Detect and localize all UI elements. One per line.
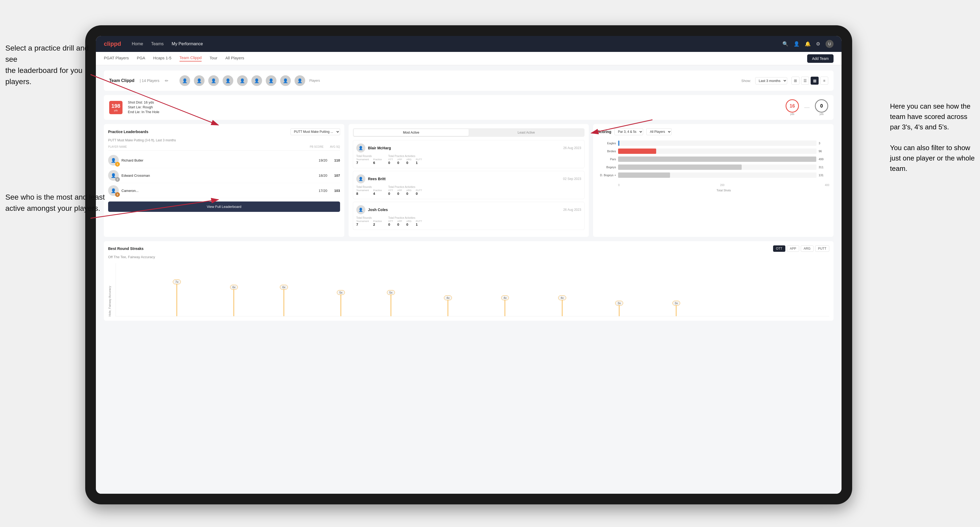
subnav-hcaps[interactable]: Hcaps 1-5	[153, 56, 171, 61]
streaks-filter-row: OTT APP ARG PUTT	[773, 245, 829, 252]
player-avatar-7[interactable]: 👤	[265, 75, 277, 86]
add-team-button[interactable]: Add Team	[807, 54, 834, 63]
practice-col-3: Practice 2	[373, 220, 382, 227]
player-avatar-9[interactable]: 👤	[294, 75, 306, 86]
app-col-3: APP 0	[397, 220, 402, 227]
avg-sq-1: 110	[334, 158, 340, 162]
player-avatar-2[interactable]: 👤	[193, 75, 205, 86]
bar-fill-bogeys	[618, 165, 741, 170]
edit-icon[interactable]: ✏	[165, 78, 168, 83]
person-icon[interactable]: 👤	[794, 41, 799, 47]
subnav-pga[interactable]: PGA	[137, 56, 145, 61]
app-col-2: APP 0	[397, 189, 402, 195]
subnav-all-players[interactable]: All Players	[225, 56, 244, 61]
player-avatar-5[interactable]: 👤	[237, 75, 248, 86]
shot-distance-unit: yds	[114, 109, 118, 112]
streak-dot-5: 5x	[387, 290, 395, 316]
search-icon[interactable]: 🔍	[783, 41, 788, 47]
view-table-icon[interactable]: ≡	[820, 77, 828, 85]
ott-col-2: OTT 0	[388, 189, 393, 195]
pb-score-3: 17/20	[318, 189, 327, 193]
team-player-count: | 14 Players	[140, 78, 159, 83]
tournament-col-3: Tournament 7	[356, 220, 369, 227]
bar-label-birdies: Birdies	[597, 149, 616, 153]
bar-track-pars	[618, 157, 816, 162]
shot-yds: 16 yds — 0 yds	[786, 99, 828, 116]
leaderboard-title: Practice Leaderboards	[108, 130, 148, 134]
bell-icon[interactable]: 🔔	[805, 41, 811, 47]
tournament-col-2: Tournament 8	[356, 189, 369, 195]
streak-dot-1: 7x	[173, 279, 181, 316]
activity-name-2: Rees Britt	[368, 177, 561, 181]
arg-col-3: ARG 0	[406, 220, 412, 227]
putt-col-3: PUTT 1	[416, 220, 422, 227]
streak-filter-arg[interactable]: ARG	[801, 245, 813, 252]
tab-most-active[interactable]: Most Active	[354, 129, 469, 136]
show-select[interactable]: Last 3 months Last 6 months Last year	[755, 77, 787, 84]
tournament-col-1: Tournament 7	[356, 158, 369, 165]
practice-activities-group-1: Total Practice Activities OTT 0 APP 0	[388, 155, 422, 165]
leaderboard-subtitle: PUTT Must Make Putting (3-6 ft), Last 3 …	[108, 138, 340, 142]
avatar[interactable]: U	[826, 40, 834, 48]
player-avatar-4[interactable]: 👤	[222, 75, 234, 86]
bar-track-bogeys	[618, 165, 816, 170]
subnav-pgat[interactable]: PGAT Players	[104, 56, 129, 61]
leaderboard-row-3: 👤 3 Cameron... 17/20 103	[108, 183, 340, 198]
subnav-team-clippd[interactable]: Team Clippd	[180, 56, 202, 62]
nav-link-teams[interactable]: Teams	[151, 41, 164, 46]
bar-track-eagles	[618, 141, 816, 146]
view-grid-icon[interactable]: ⊞	[791, 77, 799, 85]
player-name-3: Cameron...	[121, 189, 316, 193]
panels-grid: Practice Leaderboards PUTT Must Make Put…	[104, 124, 834, 237]
bar-fill-birdies	[618, 149, 656, 154]
total-rounds-group-3: Total Rounds Tournament 7 Practice 2	[356, 216, 382, 227]
streak-filter-ott[interactable]: OTT	[773, 245, 785, 252]
scoring-filter-par[interactable]: Par 3, 4 & 5s	[614, 128, 643, 135]
player-avatar-1[interactable]: 👤	[179, 75, 191, 86]
shot-details: Shot Dist: 16 yds Start Lie: Rough End L…	[128, 100, 159, 115]
col-player-name: PLAYER NAME	[108, 145, 310, 148]
rank-badge-1: 1	[115, 162, 120, 167]
bar-fill-pars	[618, 157, 816, 162]
bar-track-dbogeys	[618, 173, 816, 178]
practice-leaderboard-header: Practice Leaderboards PUTT Must Make Put…	[108, 128, 340, 135]
streaks-chart: 7x 6x 6x 5x	[116, 263, 829, 316]
streak-filter-app[interactable]: APP	[787, 245, 799, 252]
nav-icons: 🔍 👤 🔔 ⚙ U	[783, 40, 834, 48]
activity-panel: Most Active Least Active 👤 Blair McHarg …	[348, 124, 589, 237]
yds-circle-left: 16	[786, 99, 799, 113]
annotation-bottom-left: See who is the most and leastactive amon…	[5, 192, 105, 214]
player-avatar-3[interactable]: 👤	[208, 75, 220, 86]
activity-name-1: Blair McHarg	[368, 146, 561, 150]
streak-filter-putt[interactable]: PUTT	[815, 245, 829, 252]
leaderboard-row-2: 👤 2 Edward Crossman 18/20 107	[108, 168, 340, 183]
arg-col-1: ARG 0	[406, 158, 412, 165]
bar-chart: Eagles 3 Birdies 96	[597, 138, 829, 183]
bar-row-dbogeys: D. Bogeys + 131	[597, 173, 829, 178]
show-label: Show:	[741, 79, 751, 83]
scoring-filter-players[interactable]: All Players	[646, 128, 671, 135]
bar-label-eagles: Eagles	[597, 141, 616, 145]
subnav-tour[interactable]: Tour	[210, 56, 217, 61]
pb-score-1: 19/20	[318, 158, 327, 162]
nav-link-performance[interactable]: My Performance	[172, 41, 203, 46]
streaks-subtitle: Off The Tee, Fairway Accuracy	[108, 255, 829, 259]
nav-link-home[interactable]: Home	[132, 41, 143, 46]
view-full-leaderboard-button[interactable]: View Full Leaderboard	[108, 202, 340, 212]
player-avatar-6[interactable]: 👤	[251, 75, 262, 86]
view-list-icon[interactable]: ☰	[801, 77, 809, 85]
tab-least-active[interactable]: Least Active	[469, 129, 584, 136]
view-card-icon[interactable]: ▦	[811, 77, 819, 85]
settings-icon[interactable]: ⚙	[816, 41, 820, 47]
leaderboard-dropdown[interactable]: PUTT Must Make Putting ...	[291, 128, 340, 135]
total-rounds-group-2: Total Rounds Tournament 8 Practice 4	[356, 186, 382, 195]
bar-value-pars: 499	[819, 157, 829, 161]
total-rounds-values-1: Tournament 7 Practice 6	[356, 158, 382, 165]
player-avatar-rank-3: 👤 3	[108, 185, 119, 196]
bar-label-pars: Pars	[597, 157, 616, 161]
annotation-top-right: Here you can see how theteam have scored…	[890, 101, 975, 174]
activity-avatar-1: 👤	[356, 143, 365, 152]
streaks-panel: Best Round Streaks OTT APP ARG PUTT Off …	[104, 241, 834, 321]
shot-distance-value: 198	[111, 103, 120, 109]
player-avatar-8[interactable]: 👤	[280, 75, 291, 86]
